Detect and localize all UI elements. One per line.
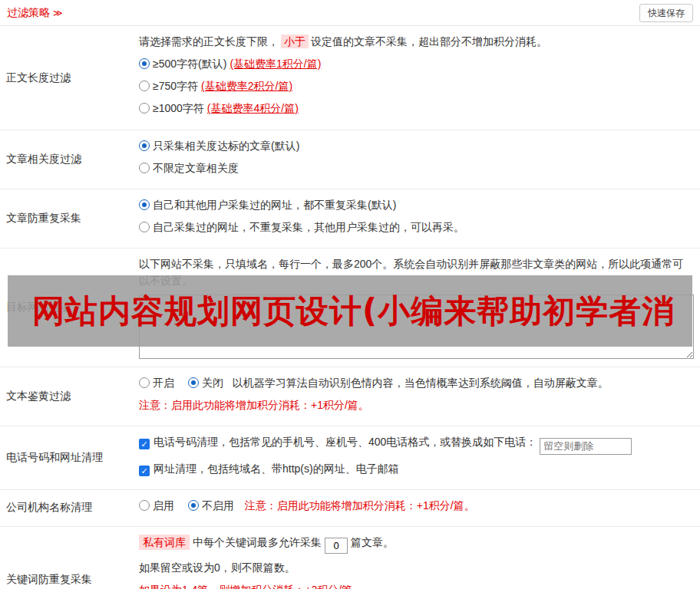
keyword-limit-input[interactable] [325, 538, 348, 554]
relevance-option-any[interactable]: 不限定文章相关度 [139, 160, 694, 176]
quick-save-button[interactable]: 快速保存 [639, 4, 693, 22]
row-site-filter: 目标网站过滤 以下网站不采集，只填域名，每行一个，最多200个。系统会自动识别并… [0, 248, 700, 367]
relevance-filter-label: 文章相关度过滤 [0, 130, 134, 189]
radio-icon[interactable] [188, 500, 199, 511]
porn-filter-label: 文本鉴黄过滤 [0, 367, 134, 426]
company-option-on[interactable]: 启用 [139, 499, 174, 512]
company-clean-content: 启用 不启用 注意：启用此功能将增加积分消耗：+1积分/篇。 [134, 490, 700, 526]
company-clean-label: 公司机构名称清理 [0, 490, 134, 526]
collapse-chevron-icon[interactable]: ≫ [53, 8, 63, 18]
limit-text-end: 篇文章。 [351, 536, 394, 548]
row-company-clean: 公司机构名称清理 启用 不启用 注意：启用此功能将增加积分消耗：+1积分/篇。 [0, 490, 700, 527]
relevance-option-strict[interactable]: 只采集相关度达标的文章(默认) [139, 137, 694, 154]
phone-clean-label[interactable]: 电话号码清理，包括常见的手机号、座机号、400电话格式，或替换成如下电话： [154, 436, 537, 448]
phone-url-clean-content: 电话号码清理，包括常见的手机号、座机号、400电话格式，或替换成如下电话： 网址… [134, 426, 700, 489]
desc-after: 设定值的文章不采集，超出部分不增加积分消耗。 [311, 35, 547, 48]
blocked-sites-textarea[interactable] [139, 294, 694, 359]
length-option-1000[interactable]: ≥1000字符(基础费率4积分/篇) [139, 100, 694, 117]
row-length-filter: 正文长度过滤 请选择需求的正文长度下限，小于设定值的文章不采集，超出部分不增加积… [0, 26, 700, 130]
porn-option-on[interactable]: 开启 [139, 377, 174, 389]
radio-icon[interactable] [139, 222, 150, 232]
radio-icon[interactable] [139, 140, 150, 151]
keyword-note-unlimited: 如果留空或设为0，则不限篇数。 [139, 559, 694, 576]
radio-icon[interactable] [139, 81, 150, 91]
option-label[interactable]: 不限定文章相关度 [153, 162, 239, 174]
filter-strategy-page: 过滤策略 ≫ 快速保存 正文长度过滤 请选择需求的正文长度下限，小于设定值的文章… [0, 0, 700, 589]
length-option-750[interactable]: ≥750字符(基础费率2积分/篇) [139, 77, 694, 94]
site-filter-label: 目标网站过滤 [0, 248, 134, 367]
radio-icon[interactable] [139, 377, 150, 388]
dedup-option-self[interactable]: 自己采集过的网址，不重复采集，其他用户采集过的，可以再采。 [139, 219, 694, 235]
option-label[interactable]: 不启用 [202, 499, 234, 512]
site-filter-desc: 以下网站不采集，只填域名，每行一个，最多200个。系统会自动识别并屏蔽那些非文章… [139, 255, 694, 289]
row-phone-url-clean: 电话号码和网址清理 电话号码清理，包括常见的手机号、座机号、400电话格式，或替… [0, 426, 700, 490]
dedup-option-global[interactable]: 自己和其他用户采集过的网址，都不重复采集(默认) [139, 196, 694, 213]
desc-highlight: 小于 [281, 35, 309, 48]
phone-url-clean-label: 电话号码和网址清理 [0, 426, 134, 489]
length-filter-label: 正文长度过滤 [0, 26, 134, 130]
page-title: 过滤策略 [7, 6, 50, 20]
porn-filter-options: 开启 关闭 以机器学习算法自动识别色情内容，当色情概率达到系统阈值，自动屏蔽文章… [139, 374, 694, 391]
keyword-note-fee: 如果设为1-4篇，则增加积分消耗：+2积分/篇。 [139, 581, 694, 589]
option-label[interactable]: 自己和其他用户采集过的网址，都不重复采集(默认) [153, 199, 396, 211]
site-filter-content: 以下网站不采集，只填域名，每行一个，最多200个。系统会自动识别并屏蔽那些非文章… [134, 248, 700, 367]
keyword-limit-line: 私有词库中每个关键词最多允许采集篇文章。 [139, 534, 694, 554]
url-clean-label[interactable]: 网址清理，包括纯域名、带http(s)的网址、电子邮箱 [154, 462, 399, 475]
keyword-dedup-content: 私有词库中每个关键词最多允许采集篇文章。 如果留空或设为0，则不限篇数。 如果设… [134, 527, 700, 589]
row-dedup-filter: 文章防重复采集 自己和其他用户采集过的网址，都不重复采集(默认) 自己采集过的网… [0, 189, 700, 248]
radio-icon[interactable] [139, 500, 150, 511]
radio-icon[interactable] [188, 377, 199, 388]
company-clean-note: 注意：启用此功能将增加积分消耗：+1积分/篇。 [245, 499, 475, 512]
phone-clean-option[interactable]: 电话号码清理，包括常见的手机号、座机号、400电话格式，或替换成如下电话： [139, 433, 694, 455]
option-label[interactable]: 关闭 [202, 377, 223, 389]
limit-text-mid: 中每个关键词最多允许采集 [193, 536, 322, 548]
porn-filter-content: 开启 关闭 以机器学习算法自动识别色情内容，当色情概率达到系统阈值，自动屏蔽文章… [134, 367, 700, 426]
row-porn-filter: 文本鉴黄过滤 开启 关闭 以机器学习算法自动识别色情内容，当色情概率达到系统阈值… [0, 367, 700, 426]
topbar: 过滤策略 ≫ 快速保存 [0, 0, 700, 26]
option-label[interactable]: ≥750字符 [153, 80, 198, 92]
checkbox-checked-icon[interactable] [139, 439, 150, 449]
page-title-group[interactable]: 过滤策略 ≫ [7, 6, 63, 20]
row-relevance-filter: 文章相关度过滤 只采集相关度达标的文章(默认) 不限定文章相关度 [0, 130, 700, 189]
porn-option-off[interactable]: 关闭 [188, 377, 223, 389]
radio-icon[interactable] [139, 103, 150, 114]
length-option-500[interactable]: ≥500字符(默认)(基础费率1积分/篇) [139, 55, 694, 72]
option-label[interactable]: 只采集相关度达标的文章(默认) [153, 140, 299, 152]
dedup-filter-label: 文章防重复采集 [0, 189, 134, 248]
row-keyword-dedup: 关键词防重复采集 私有词库中每个关键词最多允许采集篇文章。 如果留空或设为0，则… [0, 527, 700, 589]
option-fee-note: (基础费率2积分/篇) [201, 80, 292, 92]
company-option-off[interactable]: 不启用 [188, 499, 234, 512]
porn-filter-desc: 以机器学习算法自动识别色情内容，当色情概率达到系统阈值，自动屏蔽文章。 [233, 377, 609, 389]
desc-before: 请选择需求的正文长度下限， [139, 35, 279, 48]
radio-icon[interactable] [139, 199, 150, 210]
radio-icon[interactable] [139, 58, 150, 69]
option-fee-note: (基础费率4积分/篇) [207, 102, 299, 114]
company-clean-options: 启用 不启用 注意：启用此功能将增加积分消耗：+1积分/篇。 [139, 497, 475, 514]
option-label[interactable]: ≥500字符(默认) [153, 58, 226, 70]
option-label[interactable]: 自己采集过的网址，不重复采集，其他用户采集过的，可以再采。 [153, 221, 464, 233]
option-label[interactable]: ≥1000字符 [153, 102, 204, 114]
length-filter-desc: 请选择需求的正文长度下限，小于设定值的文章不采集，超出部分不增加积分消耗。 [139, 33, 694, 50]
radio-icon[interactable] [139, 163, 150, 173]
option-fee-note: (基础费率1积分/篇) [229, 58, 321, 70]
checkbox-checked-icon[interactable] [139, 466, 150, 476]
length-filter-content: 请选择需求的正文长度下限，小于设定值的文章不采集，超出部分不增加积分消耗。 ≥5… [134, 26, 700, 130]
url-clean-option[interactable]: 网址清理，包括纯域名、带http(s)的网址、电子邮箱 [139, 460, 694, 477]
relevance-filter-content: 只采集相关度达标的文章(默认) 不限定文章相关度 [134, 130, 700, 189]
option-label[interactable]: 开启 [153, 377, 174, 389]
private-lexicon-badge: 私有词库 [139, 535, 190, 550]
replacement-phone-input[interactable] [540, 438, 632, 455]
keyword-dedup-label: 关键词防重复采集 [0, 527, 134, 589]
porn-filter-note: 注意：启用此功能将增加积分消耗：+1积分/篇。 [139, 397, 694, 413]
dedup-filter-content: 自己和其他用户采集过的网址，都不重复采集(默认) 自己采集过的网址，不重复采集，… [134, 189, 700, 248]
option-label[interactable]: 启用 [153, 499, 174, 512]
